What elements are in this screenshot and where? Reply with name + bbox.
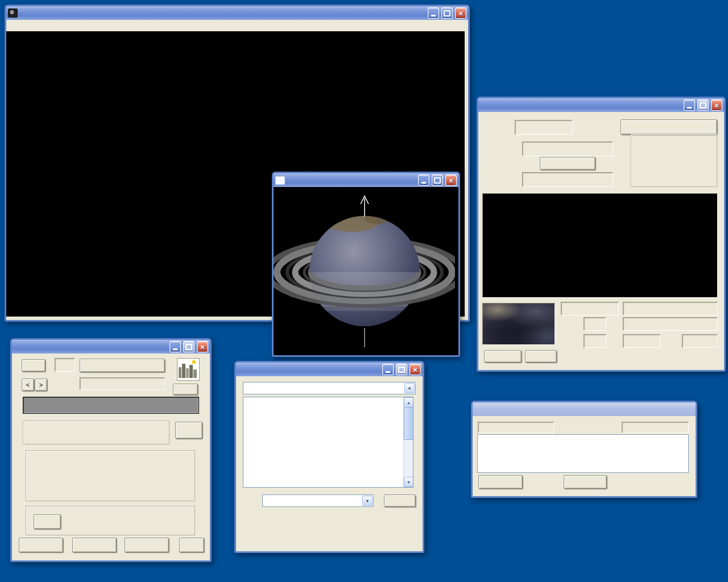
colony-slot-bar — [23, 397, 199, 414]
planet-thumbnail — [482, 303, 555, 345]
prev-colony-button[interactable]: < — [22, 379, 34, 391]
next-turn-button[interactable] — [564, 475, 607, 489]
maximize-button[interactable] — [441, 7, 453, 19]
ship-list-window: × ▼ ▲ ▼ ▼ — [234, 361, 424, 553]
radius-field — [682, 334, 718, 348]
planet-number-field — [584, 317, 606, 331]
location-field — [515, 120, 573, 135]
inhabit-status-field — [623, 302, 718, 315]
scroll-down-icon[interactable]: ▼ — [404, 477, 413, 487]
advisors-button[interactable] — [72, 538, 117, 552]
city-icon — [177, 358, 200, 381]
colony-view-window: × < > — [10, 338, 212, 562]
view-buildings-button[interactable] — [19, 538, 63, 552]
chevron-down-icon[interactable]: ▼ — [404, 383, 415, 393]
system-name-button[interactable] — [621, 119, 717, 135]
view-planet-titlebar[interactable]: × — [274, 173, 458, 187]
defence-group — [26, 506, 195, 535]
race-field — [80, 377, 165, 390]
close-button[interactable]: × — [197, 341, 208, 352]
maximize-button[interactable] — [432, 174, 443, 186]
raze-button[interactable] — [179, 538, 204, 552]
minimize-button[interactable] — [428, 7, 439, 19]
progress-group — [23, 421, 169, 444]
ship-zoom-button[interactable] — [384, 494, 416, 507]
maximize-button[interactable] — [697, 99, 709, 111]
scrollbar-thumb[interactable] — [404, 407, 413, 440]
view-planet-button[interactable] — [484, 350, 522, 363]
app-icon — [8, 9, 18, 18]
close-button[interactable]: × — [711, 99, 722, 111]
scrollbar[interactable]: ▲ ▼ — [403, 397, 413, 487]
colony-zoom-button[interactable] — [173, 384, 198, 395]
about-star-type-button[interactable] — [540, 157, 595, 170]
message-box-window — [471, 401, 697, 498]
temp-field — [584, 334, 606, 348]
minimize-button[interactable] — [418, 174, 429, 186]
filter-combobox[interactable]: ▼ — [262, 494, 374, 507]
ship-source-combobox[interactable]: ▼ — [243, 382, 416, 394]
ringed-planet-canvas[interactable] — [274, 187, 455, 352]
pick-button[interactable] — [22, 359, 46, 372]
close-button[interactable]: × — [410, 364, 421, 375]
milstat-button[interactable] — [34, 514, 61, 529]
ship-listbox[interactable]: ▲ ▼ — [243, 397, 413, 488]
planet-type-field — [623, 317, 718, 331]
colony-name-button[interactable] — [80, 359, 165, 372]
sleep-button[interactable] — [478, 475, 523, 489]
scroll-up-icon[interactable]: ▲ — [404, 397, 413, 408]
close-button[interactable]: × — [455, 7, 466, 19]
next-colony-button[interactable]: > — [35, 379, 47, 391]
ship-list-titlebar[interactable]: × — [236, 363, 423, 376]
minimize-button[interactable] — [684, 99, 695, 111]
display-options-group — [631, 134, 717, 187]
system-info-window: × — [477, 97, 726, 372]
main-titlebar[interactable]: × — [6, 6, 468, 20]
message-area — [477, 434, 689, 473]
colony-number-field — [55, 358, 75, 372]
menu-bar — [6, 20, 468, 31]
planets-field — [522, 172, 613, 187]
progress-value — [23, 421, 169, 429]
claim-status-field — [561, 302, 619, 315]
minimize-button[interactable] — [169, 341, 181, 352]
system-info-titlebar[interactable]: × — [478, 98, 724, 112]
view-planet-icon — [275, 176, 285, 185]
message-box-titlebar[interactable] — [473, 402, 696, 416]
colony-view-titlebar[interactable]: × — [12, 340, 210, 354]
maximize-button[interactable] — [183, 341, 195, 352]
star-type-field — [522, 142, 613, 156]
resources-group — [26, 450, 195, 501]
view-ships-button[interactable] — [125, 538, 169, 552]
minimize-button[interactable] — [382, 364, 394, 375]
maximize-button[interactable] — [396, 364, 407, 375]
game-date-field — [478, 422, 554, 433]
change-button[interactable] — [175, 422, 202, 439]
system-view-canvas[interactable] — [482, 193, 718, 298]
orbit-field — [623, 334, 660, 348]
credits-field — [622, 422, 689, 433]
ships-button[interactable] — [525, 350, 557, 363]
close-button[interactable]: × — [445, 174, 457, 186]
view-planet-window: × — [272, 172, 460, 357]
chevron-down-icon[interactable]: ▼ — [362, 496, 373, 506]
